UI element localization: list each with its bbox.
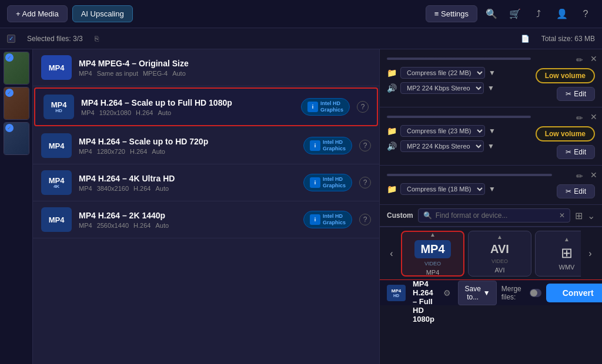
scroll-right-button[interactable]: ›	[583, 236, 597, 271]
edit-button-1[interactable]: ✂ Edit	[557, 87, 595, 101]
edit-pencil-icon-1: ✏	[576, 55, 583, 65]
audio-select-2[interactable]: MP2 224 Kbps Stereo	[400, 140, 484, 152]
tab-mp4[interactable]: ▲ MP4 VIDEO MP4	[401, 231, 464, 277]
tab-avi[interactable]: ▲ AVI VIDEO AVI	[468, 231, 531, 277]
compress-chevron-1: ▼	[489, 69, 496, 77]
save-to-button[interactable]: Save to... ▼	[458, 281, 496, 305]
thumb-1-check: ✓	[5, 53, 14, 62]
card3-actions: ✏ ✂ Edit	[557, 171, 595, 198]
format-meta-mp4-4k: MP4 3840x2160 H.264 Auto	[79, 185, 296, 192]
badge-bot-mp4-hd: HD	[55, 109, 62, 113]
search-icon: 🔍	[423, 211, 432, 220]
intel-logo-4k: i	[310, 177, 320, 188]
search-input[interactable]	[436, 211, 556, 220]
intel-logo-2k: i	[310, 214, 320, 225]
help-icon-720[interactable]: ?	[359, 140, 371, 151]
toolbar: + Add Media AI Upscaling ≡ Settings 🔍 🛒 …	[0, 0, 602, 28]
merge-files-toggle[interactable]	[530, 289, 541, 297]
format-name-mp4-2k: MP4 H.264 – 2K 1440p	[79, 211, 296, 220]
tab-mp4-sublabel: VIDEO	[424, 261, 441, 267]
ai-upscaling-button[interactable]: AI Upscaling	[72, 5, 133, 22]
thumb-3-check: ✓	[5, 124, 14, 132]
file-card-2: ✕ 📁 Compress file (23 MB) ▼ 🔊 MP2 2	[380, 107, 602, 166]
expand-icon[interactable]: ⌄	[587, 210, 595, 221]
intel-badge-4k: i Intel HDGraphics	[303, 174, 352, 191]
compress-icon-3: 📁	[387, 184, 397, 194]
card2-compress-option: 📁 Compress file (23 MB) ▼	[387, 125, 531, 137]
tab-wmv-arrow: ▲	[564, 236, 570, 242]
help-icon-2k[interactable]: ?	[359, 214, 371, 225]
scissors-icon-3: ✂	[566, 187, 571, 196]
output-format-badge: MP4 HD	[387, 285, 406, 301]
thumb-1[interactable]: ✓	[4, 52, 29, 85]
gear-icon[interactable]: ⚙	[443, 288, 451, 298]
help-icon-4k[interactable]: ?	[359, 177, 371, 188]
grid-icon[interactable]: ⊞	[575, 210, 583, 221]
file-card-3: ✕ 📁 Compress file (18 MB) ▼ ✏ ✂	[380, 166, 602, 205]
user-icon-button[interactable]: 👤	[553, 5, 571, 23]
save-to-chevron: ▼	[483, 289, 490, 297]
add-media-button[interactable]: + Add Media	[7, 5, 68, 22]
scissors-icon-1: ✂	[566, 90, 571, 98]
format-badge-mp4-720: MP4	[41, 133, 72, 158]
format-item-mp4-4k[interactable]: MP4 4K MP4 H.264 – 4K Ultra HD MP4 3840x…	[33, 164, 379, 201]
badge-top-mp4-orig: MP4	[49, 64, 65, 72]
thumb-3[interactable]: ✓	[4, 122, 29, 155]
format-name-mp4-720: MP4 H.264 – Scale up to HD 720p	[79, 137, 296, 146]
badge-top-mp4-2k: MP4	[49, 216, 65, 224]
format-item-mp4-hd[interactable]: MP4 HD MP4 H.264 – Scale up to Full HD 1…	[34, 87, 378, 126]
tab-wmv-icon: ⊞	[561, 245, 573, 261]
search-icon-button[interactable]: 🔍	[482, 5, 501, 23]
format-item-mp4-720[interactable]: MP4 MP4 H.264 – Scale up to HD 720p MP4 …	[33, 127, 379, 164]
cart-icon-button[interactable]: 🛒	[506, 5, 524, 23]
edit-pencil-icon-3: ✏	[576, 171, 583, 181]
search-bar[interactable]: 🔍 ✕	[418, 208, 570, 223]
help-icon-button[interactable]: ?	[576, 5, 595, 23]
close-icon-2[interactable]: ✕	[590, 112, 597, 122]
help-icon-hd[interactable]: ?	[357, 101, 369, 113]
format-meta-mp4-2k: MP4 2560x1440 H.264 Auto	[79, 222, 296, 229]
output-right: Save to... ▼ Merge files: Convert	[458, 281, 602, 305]
card1-compress-option: 📁 Compress file (22 MB) ▼	[387, 67, 531, 79]
scroll-left-button[interactable]: ‹	[384, 236, 399, 271]
close-icon-3[interactable]: ✕	[590, 170, 597, 180]
badge-top-mp4-720: MP4	[49, 142, 65, 150]
settings-button[interactable]: ≡ Settings	[426, 5, 477, 22]
format-badge-mp4-hd: MP4 HD	[44, 95, 74, 119]
thumb-2-check: ✓	[5, 89, 14, 97]
intel-badge-hd: i Intel HDGraphics	[301, 98, 350, 116]
card1-actions: ✏ Low volume ✂ Edit	[536, 55, 595, 101]
edit-button-2[interactable]: ✂ Edit	[557, 145, 595, 159]
search-clear-icon[interactable]: ✕	[559, 211, 565, 220]
file-card-1: ✕ 📁 Compress file (22 MB) ▼ 🔊 MP2 2	[380, 49, 602, 107]
compress-select-3[interactable]: Compress file (18 MB)	[400, 183, 485, 195]
format-item-mp4-2k[interactable]: MP4 MP4 H.264 – 2K 1440p MP4 2560x1440 H…	[33, 201, 379, 238]
thumb-2[interactable]: ✓	[4, 87, 29, 120]
compress-chevron-2: ▼	[489, 127, 496, 135]
low-volume-button-1[interactable]: Low volume	[536, 68, 595, 83]
low-volume-button-2[interactable]: Low volume	[536, 126, 595, 141]
audio-chevron-1: ▼	[487, 84, 494, 92]
select-all-checkbox[interactable]: ✓	[7, 35, 15, 43]
audio-icon-2: 🔊	[387, 141, 397, 151]
intel-logo-720: i	[310, 140, 320, 151]
format-info-mp4-4k: MP4 H.264 – 4K Ultra HD MP4 3840x2160 H.…	[79, 174, 296, 192]
close-icon-1[interactable]: ✕	[590, 54, 597, 63]
output-bar: MP4 HD Output format: MP4 H.264 – Full H…	[380, 279, 602, 305]
format-item-mp4-orig[interactable]: MP4 MP4 MPEG-4 – Original Size MP4 Same …	[33, 49, 379, 86]
convert-button[interactable]: Convert	[546, 284, 602, 302]
intel-badge-720: i Intel HDGraphics	[303, 137, 352, 154]
format-dropdown: MP4 MP4 MPEG-4 – Original Size MP4 Same …	[33, 49, 380, 364]
card2-actions: ✏ Low volume ✂ Edit	[536, 113, 595, 159]
compress-select-1[interactable]: Compress file (22 MB)	[400, 67, 485, 79]
edit-button-3[interactable]: ✂ Edit	[557, 184, 595, 198]
main-area: ✓ ✓ ✓ MP4 MP4 MPEG-4 – Original Size MP4…	[0, 49, 602, 364]
audio-select-1[interactable]: MP2 224 Kbps Stereo	[400, 82, 484, 94]
tab-wmv[interactable]: ▲ ⊞ WMV	[535, 231, 581, 277]
compress-select-2[interactable]: Compress file (23 MB)	[400, 125, 485, 137]
format-info-mp4-720: MP4 H.264 – Scale up to HD 720p MP4 1280…	[79, 137, 296, 155]
format-badge-mp4-4k: MP4 4K	[41, 170, 72, 195]
format-info-mp4-hd: MP4 H.264 – Scale up to Full HD 1080p MP…	[81, 98, 294, 116]
share-icon-button[interactable]: ⤴	[529, 5, 548, 23]
format-name-mp4-4k: MP4 H.264 – 4K Ultra HD	[79, 174, 296, 183]
